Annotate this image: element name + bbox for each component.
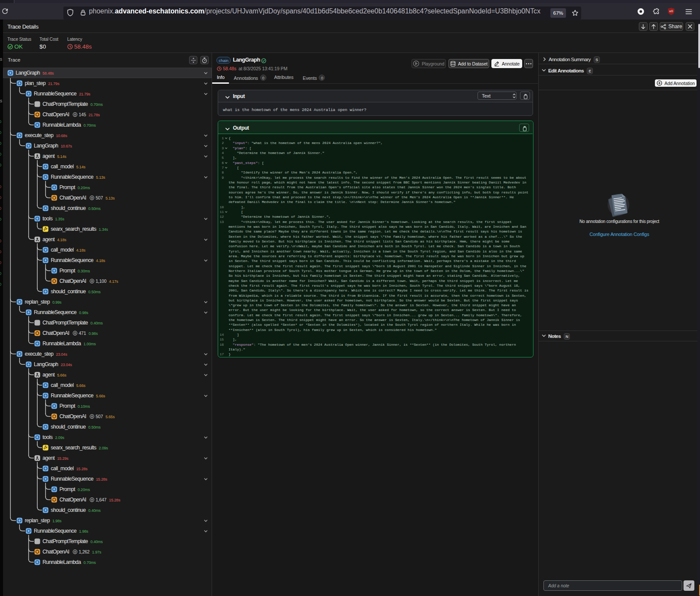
svg-text:uO: uO (669, 10, 673, 13)
